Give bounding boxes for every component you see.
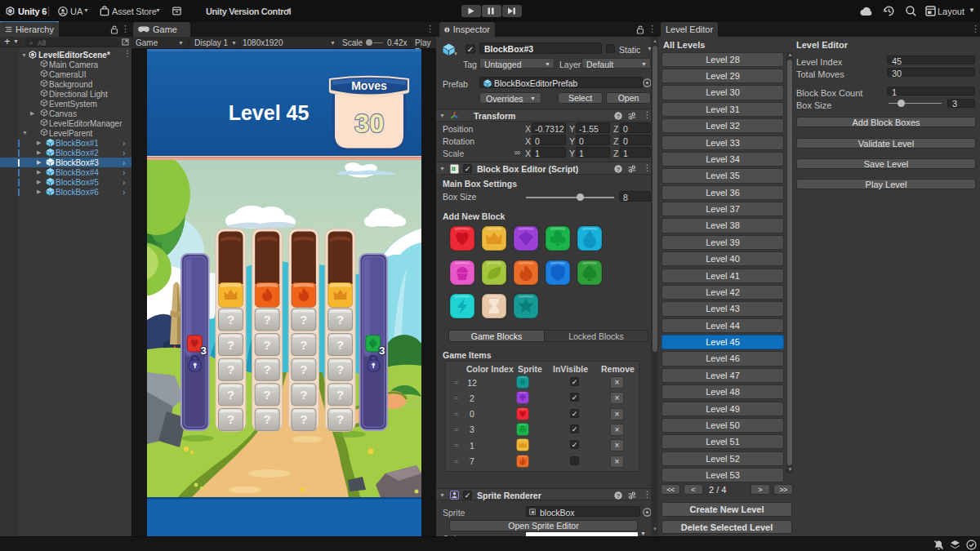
svg-text:?: ? — [617, 112, 621, 119]
svg-text:?: ? — [227, 388, 234, 402]
svg-text:3: 3 — [379, 344, 385, 357]
svg-text:?: ? — [264, 388, 271, 402]
svg-text:?: ? — [300, 362, 307, 376]
svg-text:?: ? — [336, 412, 344, 426]
svg-text:3: 3 — [201, 344, 207, 357]
svg-text:?: ? — [227, 313, 234, 327]
svg-text:?: ? — [617, 165, 621, 172]
svg-text:?: ? — [264, 313, 271, 327]
svg-text:Moves: Moves — [351, 79, 387, 92]
svg-text:Level 45: Level 45 — [229, 101, 310, 124]
svg-text:?: ? — [264, 362, 271, 376]
svg-text:?: ? — [264, 412, 271, 426]
svg-text:?: ? — [227, 412, 234, 426]
svg-text:?: ? — [300, 388, 307, 402]
svg-text:?: ? — [300, 412, 307, 426]
svg-text:?: ? — [227, 362, 234, 376]
svg-text:?: ? — [336, 362, 344, 376]
svg-text:?: ? — [617, 491, 621, 499]
svg-text:?: ? — [336, 338, 344, 352]
svg-text:?: ? — [300, 313, 307, 327]
svg-text:?: ? — [300, 338, 307, 352]
svg-text:?: ? — [336, 388, 344, 402]
svg-text:30: 30 — [354, 109, 385, 138]
svg-text:?: ? — [336, 313, 344, 327]
svg-text:?: ? — [264, 338, 271, 352]
svg-text:?: ? — [227, 338, 234, 352]
